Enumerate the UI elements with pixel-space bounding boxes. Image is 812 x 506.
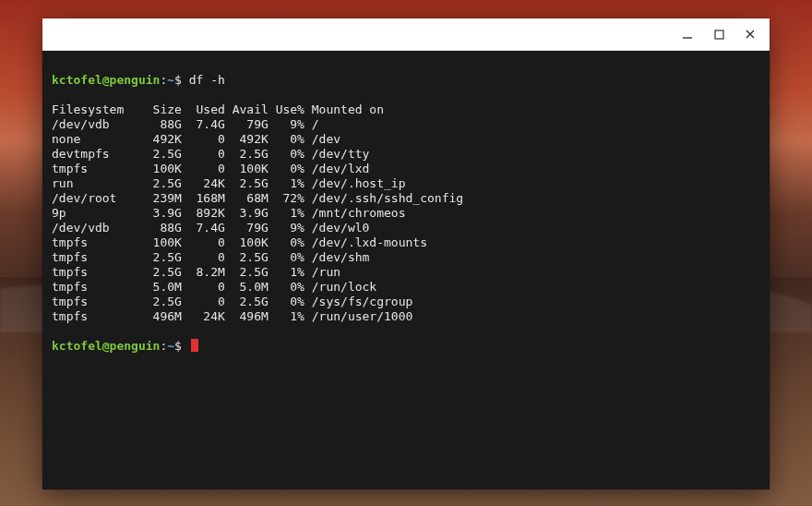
close-button[interactable]	[736, 23, 764, 45]
prompt-line: kctofel@penguin:~$ df -h	[52, 73, 760, 88]
terminal-window: kctofel@penguin:~$ df -h Filesystem Size…	[42, 18, 770, 489]
df-rows: /dev/vdb 88G 7.4G 79G 9% / none 492K 0 4…	[52, 117, 463, 323]
df-row: tmpfs 5.0M 0 5.0M 0% /run/lock	[52, 280, 376, 294]
df-row: tmpfs 100K 0 100K 0% /dev/lxd	[52, 162, 369, 175]
close-icon	[745, 29, 756, 40]
df-row: tmpfs 2.5G 8.2M 2.5G 1% /run	[52, 265, 340, 279]
df-row: /dev/vdb 88G 7.4G 79G 9% /	[52, 117, 319, 131]
prompt-user-host: kctofel@penguin	[52, 73, 160, 87]
prompt-symbol: $	[174, 73, 182, 87]
df-row: devtmpfs 2.5G 0 2.5G 0% /dev/tty	[52, 147, 369, 161]
df-row: /dev/vdb 88G 7.4G 79G 9% /dev/wl0	[52, 221, 369, 235]
df-row: none 492K 0 492K 0% /dev	[52, 132, 340, 146]
maximize-button[interactable]	[705, 23, 733, 45]
prompt-symbol: $	[174, 339, 182, 353]
df-row: tmpfs 2.5G 0 2.5G 0% /dev/shm	[52, 250, 369, 264]
df-row: tmpfs 2.5G 0 2.5G 0% /sys/fs/cgroup	[52, 295, 412, 308]
window-titlebar[interactable]	[42, 18, 770, 51]
prompt-path: ~	[167, 339, 174, 353]
svg-rect-1	[715, 30, 723, 39]
terminal-body[interactable]: kctofel@penguin:~$ df -h Filesystem Size…	[42, 51, 770, 489]
df-row: 9p 3.9G 892K 3.9G 1% /mnt/chromeos	[52, 206, 406, 220]
maximize-icon	[714, 30, 724, 40]
command-text: df -h	[189, 73, 225, 87]
df-row: /dev/root 239M 168M 68M 72% /dev/.ssh/ss…	[52, 191, 463, 205]
df-row: run 2.5G 24K 2.5G 1% /dev/.host_ip	[52, 176, 406, 190]
prompt-line-idle: kctofel@penguin:~$	[52, 339, 760, 354]
desktop-wallpaper: kctofel@penguin:~$ df -h Filesystem Size…	[0, 0, 812, 506]
prompt-user-host: kctofel@penguin	[52, 339, 160, 353]
df-header: Filesystem Size Used Avail Use% Mounted …	[52, 102, 384, 116]
minimize-button[interactable]	[674, 23, 701, 45]
df-row: tmpfs 496M 24K 496M 1% /run/user/1000	[52, 309, 412, 323]
prompt-path: ~	[167, 73, 174, 87]
df-row: tmpfs 100K 0 100K 0% /dev/.lxd-mounts	[52, 235, 427, 249]
minimize-icon	[682, 29, 693, 40]
terminal-cursor	[191, 339, 198, 352]
